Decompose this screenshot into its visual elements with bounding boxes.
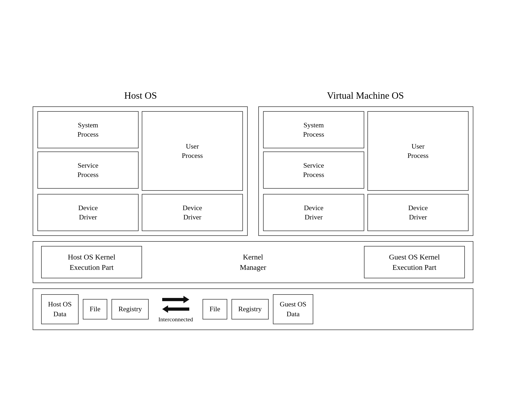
kernel-manager-label: Kernel Manager	[234, 252, 272, 272]
host-device-driver-1: Device Driver	[37, 194, 139, 231]
vm-system-process: System Process	[263, 111, 364, 148]
data-row: Host OS Data File Registry Interconnecte…	[33, 288, 473, 330]
vm-os-box: System Process Service Process User Proc…	[258, 106, 473, 236]
guest-kernel-box: Guest OS Kernel Execution Part	[364, 246, 465, 278]
kernel-row: Host OS Kernel Execution Part Kernel Man…	[33, 241, 473, 283]
arrow-right	[162, 296, 189, 303]
vm-service-process: Service Process	[263, 151, 364, 189]
vm-device-driver-1: Device Driver	[263, 194, 364, 231]
host-user-process: User Process	[142, 111, 243, 191]
guest-file-box: File	[203, 299, 227, 319]
host-kernel-box: Host OS Kernel Execution Part	[41, 246, 142, 278]
host-system-process: System Process	[37, 111, 139, 148]
arrows-section: Interconnected	[153, 296, 198, 323]
host-os-title: Host OS	[49, 90, 233, 101]
host-os-box: System Process Service Process User Proc…	[33, 106, 248, 236]
vm-user-process: User Process	[367, 111, 469, 191]
vm-device-driver-2: Device Driver	[367, 194, 469, 231]
host-file-box: File	[83, 299, 107, 319]
host-registry-box: Registry	[112, 299, 149, 319]
host-device-driver-2: Device Driver	[142, 194, 243, 231]
guest-registry-box: Registry	[231, 299, 269, 319]
host-os-data-box: Host OS Data	[41, 294, 79, 324]
guest-os-data-box: Guest OS Data	[273, 294, 313, 324]
arrow-left	[162, 305, 189, 313]
vm-os-title: Virtual Machine OS	[273, 90, 457, 101]
host-service-process: Service Process	[37, 151, 139, 189]
interconnected-label: Interconnected	[158, 316, 193, 323]
